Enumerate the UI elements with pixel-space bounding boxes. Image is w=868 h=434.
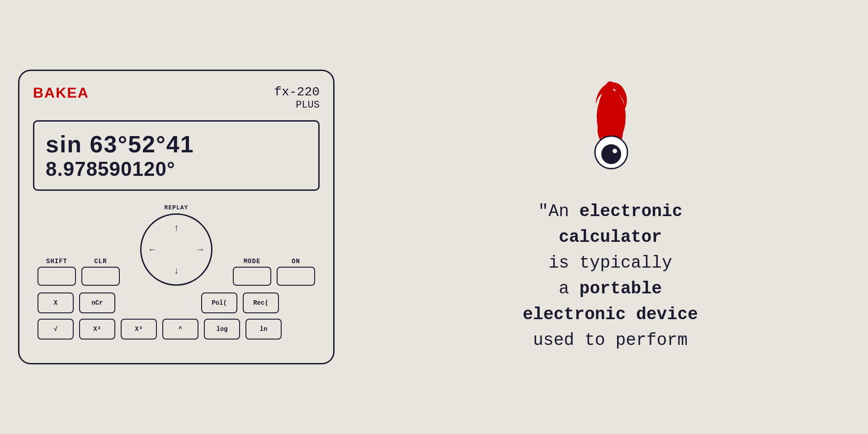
model-name: fx-220 PLUS (274, 85, 320, 112)
quote-a: a (559, 279, 580, 298)
arrow-left[interactable]: ← (150, 245, 155, 255)
bottom-key-row: √ X² X³ ^ log ln (38, 319, 315, 340)
mode-label: MODE (244, 258, 261, 265)
calculator-panel: BAKEA fx-220 PLUS sin 63°52°41 8.9785901… (0, 0, 353, 434)
ncr-button[interactable]: nCr (79, 292, 115, 313)
quote-bold-electronic-device: electronic device (523, 305, 698, 324)
model-plus: PLUS (274, 99, 320, 111)
arrow-down[interactable]: ↓ (174, 266, 179, 276)
on-button[interactable] (277, 267, 315, 286)
arrow-right[interactable]: → (198, 245, 203, 255)
x-button[interactable]: X (38, 292, 74, 313)
top-buttons-row: SHIFT CLR REPLAY ↑ ↓ ← → (38, 204, 315, 286)
x3-button[interactable]: X³ (121, 319, 157, 340)
buttons-area: SHIFT CLR REPLAY ↑ ↓ ← → (33, 204, 320, 340)
quote-is-typically: is typically (548, 253, 672, 273)
replay-label: REPLAY (165, 204, 189, 211)
rec-button[interactable]: Rec( (243, 292, 279, 313)
display-line2: 8.978590120° (46, 158, 307, 180)
caret-button[interactable]: ^ (162, 319, 198, 340)
quote-container: "An electronic calculator is typically a… (523, 198, 698, 353)
log-button[interactable]: log (204, 319, 240, 340)
shift-button[interactable] (38, 267, 76, 286)
sqrt-button[interactable]: √ (38, 319, 74, 340)
quote-bold-portable: portable (580, 279, 662, 298)
right-panel: "An electronic calculator is typically a… (353, 0, 868, 434)
x2-button[interactable]: X² (79, 319, 115, 340)
on-btn-group: ON (277, 258, 315, 286)
arrow-up[interactable]: ↑ (174, 223, 179, 233)
calculator-body: BAKEA fx-220 PLUS sin 63°52°41 8.9785901… (18, 70, 335, 365)
on-label: ON (292, 258, 300, 265)
mode-btn-group: MODE (233, 258, 271, 286)
mode-button[interactable] (233, 267, 271, 286)
shift-label: SHIFT (46, 258, 67, 265)
pol-button[interactable]: Pol( (201, 292, 237, 313)
quote-bold-calculator: calculator (559, 227, 662, 247)
quote-bold-electronic: electronic (580, 202, 683, 221)
clr-label: CLR (94, 258, 107, 265)
model-fx: fx-220 (274, 85, 320, 100)
shift-clr-group: SHIFT CLR (38, 258, 120, 286)
ln-button[interactable]: ln (245, 319, 282, 340)
svg-point-4 (613, 149, 617, 153)
replay-circle[interactable]: ↑ ↓ ← → (140, 213, 212, 286)
middle-key-row: X nCr Pol( Rec( (38, 292, 315, 313)
right-keys: Pol( Rec( (201, 292, 279, 313)
display-line1: sin 63°52°41 (46, 131, 307, 158)
calc-header: BAKEA fx-220 PLUS (33, 85, 320, 112)
left-keys: X nCr (38, 292, 115, 313)
replay-section: REPLAY ↑ ↓ ← → (140, 204, 212, 286)
quote-used-to-perform: used to perform (533, 330, 688, 350)
shift-btn-group: SHIFT (38, 258, 76, 286)
quote-open: "An (538, 202, 579, 221)
mascot (570, 81, 651, 180)
calculator-display: sin 63°52°41 8.978590120° (33, 120, 320, 191)
brand-name: BAKEA (33, 85, 89, 101)
mode-on-group: MODE ON (233, 258, 315, 286)
clr-btn-group: CLR (81, 258, 120, 286)
clr-button[interactable] (81, 267, 120, 286)
